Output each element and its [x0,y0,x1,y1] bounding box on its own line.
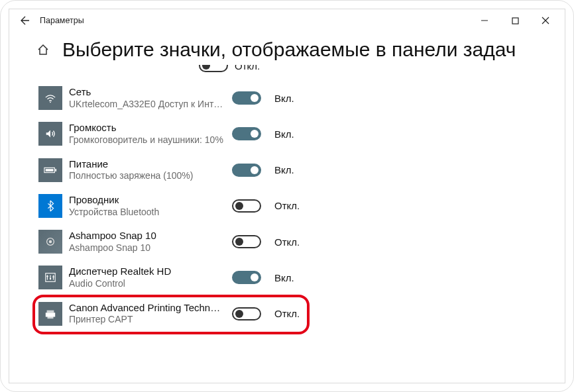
state-power: Вкл. [274,164,294,175]
row-explorer: Проводник Устройства Bluetooth Откл. [36,188,538,224]
row-network: Сеть UKrtelecom_A332E0 Доступ к Инте… Вк… [36,80,538,116]
toggle-ashampoo[interactable] [232,235,261,248]
maximize-icon [512,17,519,24]
toggle-power[interactable] [232,164,261,177]
toggle-canon[interactable] [232,307,261,320]
row-power: Питание Полностью заряжена (100%) Вкл. [36,152,538,188]
title-explorer: Проводник [69,194,225,207]
state-canon: Откл. [274,308,300,319]
svg-rect-5 [55,169,56,172]
wifi-icon [38,86,62,110]
icon-list: Откл. Сеть UKrtelecom_A332E0 Доступ к Ин… [9,65,565,383]
maximize-button[interactable] [500,9,530,32]
speaker-icon [38,122,62,146]
state-network: Вкл. [274,93,294,104]
subtitle-network: UKrtelecom_A332E0 Доступ к Инте… [69,99,225,111]
row-realtek: Диспетчер Realtek HD Audio Control Вкл. [36,260,538,295]
svg-point-13 [50,278,51,279]
partial-row: Откл. [36,65,538,80]
title-power: Питание [69,158,225,171]
textcol-volume: Громкость Громкоговоритель и наушники: 1… [69,122,225,146]
textcol-ashampoo: Ashampoo Snap 10 Ashampoo Snap 10 [69,230,225,254]
subtitle-volume: Громкоговоритель и наушники: 10% [69,134,225,146]
subtitle-explorer: Устройства Bluetooth [69,207,225,219]
partial-placeholder [38,66,62,73]
row-canon: Canon Advanced Printing Technolo… Принте… [36,296,538,332]
svg-rect-17 [48,315,54,318]
battery-icon [38,158,62,182]
close-button[interactable] [530,9,561,32]
svg-rect-4 [46,169,54,172]
title-ashampoo: Ashampoo Snap 10 [69,230,225,242]
titlebar: Параметры [9,9,565,32]
textcol-power: Питание Полностью заряжена (100%) [69,158,225,182]
svg-point-2 [50,102,51,103]
subtitle-power: Полностью заряжена (100%) [69,170,225,182]
arrow-left-icon [20,15,30,26]
close-icon [542,17,549,24]
subtitle-realtek: Audio Control [69,278,225,290]
svg-point-12 [46,275,48,277]
subtitle-canon: Принтер CAPT [69,314,225,326]
home-button[interactable] [36,42,50,57]
camera-icon [38,230,62,254]
title-realtek: Диспетчер Realtek HD [69,266,225,278]
minimize-icon [481,17,488,24]
subtitle-ashampoo: Ashampoo Snap 10 [69,242,225,254]
svg-point-14 [52,276,54,277]
textcol-network: Сеть UKrtelecom_A332E0 Доступ к Инте… [69,86,225,110]
equalizer-icon [38,266,62,289]
toggle-realtek[interactable] [232,271,261,284]
svg-point-7 [49,240,52,244]
state-realtek: Вкл. [274,272,294,283]
row-ashampoo: Ashampoo Snap 10 Ashampoo Snap 10 Откл. [36,224,538,260]
state-volume: Вкл. [274,128,294,140]
page-title: Выберите значки, отображаемые в панели з… [62,38,516,61]
title-network: Сеть [69,86,225,99]
row-volume: Громкость Громкоговоритель и наушники: 1… [36,116,538,152]
textcol-canon: Canon Advanced Printing Technolo… Принте… [69,302,225,326]
bluetooth-icon [38,194,62,218]
svg-rect-1 [512,18,518,24]
toggle-explorer[interactable] [232,199,261,213]
toggle-network[interactable] [232,91,261,105]
state-ashampoo: Откл. [274,236,300,248]
title-volume: Громкость [69,122,225,134]
textcol-realtek: Диспетчер Realtek HD Audio Control [69,266,225,289]
textcol-explorer: Проводник Устройства Bluetooth [69,194,225,218]
title-canon: Canon Advanced Printing Technolo… [69,302,225,315]
home-icon [36,43,50,56]
state-explorer: Откл. [274,200,300,211]
window-title: Параметры [40,16,469,25]
toggle-partial[interactable] [199,65,228,72]
toggle-volume[interactable] [232,127,261,140]
svg-rect-15 [47,310,54,313]
printer-icon [38,302,62,326]
state-partial: Откл. [235,65,260,72]
page-header: Выберите значки, отображаемые в панели з… [9,32,565,65]
minimize-button[interactable] [469,9,500,32]
back-button[interactable] [16,9,34,32]
